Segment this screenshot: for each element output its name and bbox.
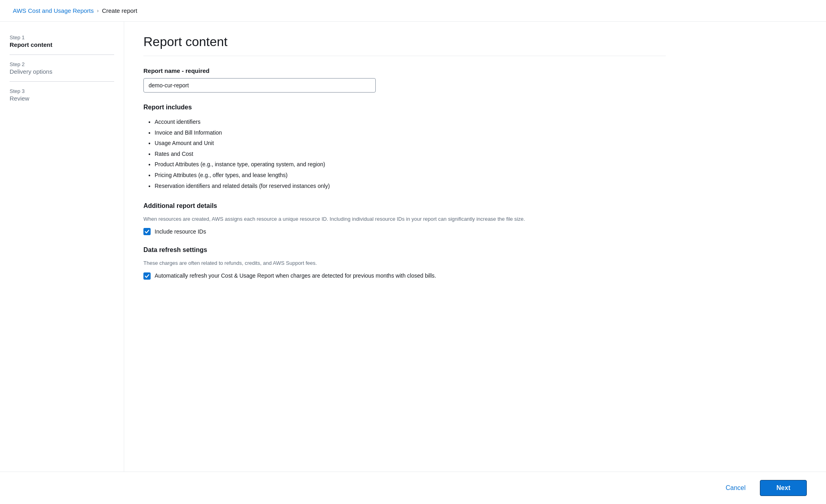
sidebar-step-2-title: Delivery options xyxy=(10,68,114,75)
breadcrumb: AWS Cost and Usage Reports › Create repo… xyxy=(0,0,826,22)
data-refresh-heading: Data refresh settings xyxy=(143,246,666,254)
data-refresh-row: Automatically refresh your Cost & Usage … xyxy=(143,272,666,280)
sidebar-divider-2 xyxy=(10,81,114,82)
main-layout: Step 1 Report content Step 2 Delivery op… xyxy=(0,22,826,503)
content-area: Report content Report name - required Re… xyxy=(124,22,685,503)
checkmark-icon xyxy=(145,229,149,234)
checkmark-icon xyxy=(145,274,149,278)
list-item: Usage Amount and Unit xyxy=(155,138,666,149)
report-name-input[interactable] xyxy=(143,78,376,93)
cancel-button[interactable]: Cancel xyxy=(718,480,754,496)
list-item: Product Attributes (e.g., instance type,… xyxy=(155,159,666,170)
breadcrumb-separator: › xyxy=(97,8,99,14)
sidebar-step-1-label: Step 1 xyxy=(10,34,114,40)
next-button[interactable]: Next xyxy=(760,480,807,496)
sidebar-step-1: Step 1 Report content xyxy=(10,34,114,48)
list-item: Rates and Cost xyxy=(155,149,666,159)
include-resource-ids-label: Include resource IDs xyxy=(155,228,206,235)
sidebar: Step 1 Report content Step 2 Delivery op… xyxy=(0,22,124,503)
sidebar-step-3: Step 3 Review xyxy=(10,88,114,102)
report-includes-list: Account identifiers Invoice and Bill Inf… xyxy=(143,117,666,191)
breadcrumb-current: Create report xyxy=(102,7,137,14)
sidebar-divider-1 xyxy=(10,54,114,55)
list-item: Pricing Attributes (e.g., offer types, a… xyxy=(155,170,666,181)
data-refresh-description: These charges are often related to refun… xyxy=(143,259,666,267)
list-item: Invoice and Bill Information xyxy=(155,127,666,138)
sidebar-step-3-label: Step 3 xyxy=(10,88,114,94)
sidebar-step-2-label: Step 2 xyxy=(10,61,114,67)
title-divider xyxy=(143,56,666,56)
footer-bar: Cancel Next xyxy=(0,472,826,504)
sidebar-step-2: Step 2 Delivery options xyxy=(10,61,114,75)
list-item: Reservation identifiers and related deta… xyxy=(155,181,666,192)
sidebar-step-3-title: Review xyxy=(10,95,114,102)
list-item: Account identifiers xyxy=(155,117,666,127)
additional-details-heading: Additional report details xyxy=(143,202,666,210)
page-title: Report content xyxy=(143,34,666,49)
report-name-label: Report name - required xyxy=(143,67,666,74)
report-includes-heading: Report includes xyxy=(143,104,666,111)
breadcrumb-link[interactable]: AWS Cost and Usage Reports xyxy=(13,7,94,14)
additional-details-description: When resources are created, AWS assigns … xyxy=(143,215,666,223)
include-resource-ids-row: Include resource IDs xyxy=(143,228,666,235)
include-resource-ids-checkbox[interactable] xyxy=(143,228,151,235)
footer-spacer xyxy=(143,283,666,315)
data-refresh-checkbox[interactable] xyxy=(143,272,151,280)
sidebar-step-1-title: Report content xyxy=(10,41,114,48)
data-refresh-label: Automatically refresh your Cost & Usage … xyxy=(155,272,436,280)
